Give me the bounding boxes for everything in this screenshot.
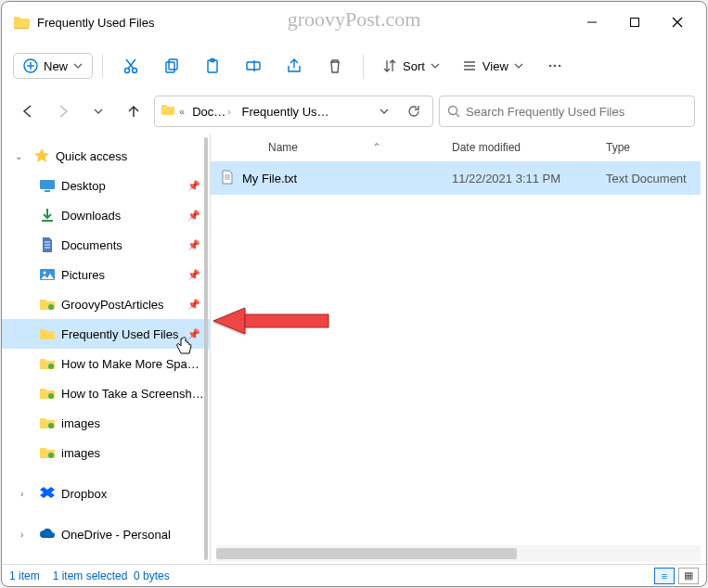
svg-point-29 [48, 304, 54, 310]
quick-access-label: Quick access [56, 149, 204, 163]
minimize-button[interactable] [571, 7, 613, 37]
more-button[interactable] [536, 49, 573, 83]
window-title: Frequently Used Files [37, 16, 571, 30]
search-box[interactable] [439, 96, 695, 127]
chevron-down-icon [431, 61, 440, 70]
column-name[interactable]: Name ⌃ [220, 141, 452, 154]
sort-asc-icon: ⌃ [372, 141, 381, 154]
pin-icon: 📌 [187, 299, 200, 311]
sidebar-item-label: images [61, 446, 204, 460]
chevron-down-icon: ⌄ [15, 151, 28, 161]
horizontal-scrollbar[interactable] [216, 545, 701, 562]
svg-point-31 [48, 393, 54, 399]
folder-icon [39, 326, 56, 342]
close-button[interactable] [656, 7, 699, 37]
folder-icon [161, 102, 175, 121]
sidebar-item-pictures[interactable]: Pictures 📌 [2, 260, 210, 289]
sidebar-item-desktop[interactable]: Desktop 📌 [2, 171, 210, 200]
divider [363, 54, 364, 78]
sidebar-item-dropbox[interactable]: › Dropbox [2, 479, 210, 508]
sidebar-item-label: How to Make More Space Av [61, 357, 204, 371]
maximize-button[interactable] [613, 7, 656, 37]
star-icon [33, 147, 50, 164]
sidebar-item-onedrive[interactable]: › OneDrive - Personal [2, 519, 210, 549]
column-type[interactable]: Type [606, 141, 706, 154]
body: ⌄ Quick access Desktop 📌 Downloads 📌 Doc… [2, 134, 706, 564]
sidebar-item-groovypostarticles[interactable]: GroovyPostArticles 📌 [2, 289, 210, 319]
column-date[interactable]: Date modified [452, 141, 606, 154]
quick-access-root[interactable]: ⌄ Quick access [2, 141, 210, 171]
folder-icon [39, 444, 56, 461]
address-dropdown-button[interactable] [371, 98, 397, 124]
refresh-button[interactable] [401, 98, 427, 124]
svg-rect-1 [631, 19, 639, 27]
file-explorer-window: Frequently Used Files groovyPost.com New… [1, 1, 707, 587]
svg-line-24 [457, 114, 460, 118]
content-area: Name ⌃ Date modified Type My File.txt 11… [210, 134, 706, 564]
sidebar-item-downloads[interactable]: Downloads 📌 [2, 200, 210, 230]
sidebar-item-frequently-used-files[interactable]: Frequently Used Files 📌 [2, 319, 210, 349]
empty-space[interactable] [211, 195, 706, 545]
svg-rect-11 [166, 62, 174, 72]
navbar: « Doc… › Frequently Us… [2, 89, 706, 134]
file-row[interactable]: My File.txt 11/22/2021 3:11 PM Text Docu… [211, 161, 701, 195]
sidebar-item-documents[interactable]: Documents 📌 [2, 230, 210, 260]
sidebar-item-label: Documents [61, 238, 187, 252]
rename-button[interactable] [235, 49, 272, 83]
sidebar-item-label: Frequently Used Files [61, 327, 187, 341]
svg-point-32 [48, 423, 54, 428]
address-bar[interactable]: « Doc… › Frequently Us… [154, 96, 433, 127]
up-button[interactable] [119, 96, 148, 126]
sidebar-item-label: OneDrive - Personal [61, 528, 204, 542]
svg-rect-25 [40, 180, 55, 189]
share-button[interactable] [276, 49, 313, 83]
view-button[interactable]: View [453, 54, 533, 78]
svg-rect-15 [247, 62, 260, 70]
folder-icon [39, 385, 56, 402]
chevron-double-left-icon[interactable]: « [179, 106, 185, 117]
folder-icon [39, 415, 56, 431]
svg-point-30 [48, 364, 54, 369]
sidebar-item-thispc[interactable]: › This PC [2, 560, 210, 564]
desktop-icon [39, 177, 56, 194]
back-button[interactable] [13, 96, 43, 126]
pin-icon: 📌 [187, 210, 200, 222]
sort-button[interactable]: Sort [373, 54, 449, 78]
sidebar-item-images-1[interactable]: images [2, 408, 210, 438]
breadcrumb-segment[interactable]: Frequently Us… [238, 103, 333, 121]
sidebar-item-label: How to Take a Screenshot on [61, 387, 204, 401]
sidebar-item-howto-screenshot[interactable]: How to Take a Screenshot on [2, 378, 210, 408]
delete-button[interactable] [316, 49, 354, 83]
column-headers: Name ⌃ Date modified Type [211, 134, 706, 161]
sidebar-item-label: Pictures [61, 268, 187, 282]
svg-point-33 [48, 453, 54, 458]
sidebar-item-images-2[interactable]: images [2, 438, 210, 467]
thumbnail-view-button[interactable]: ▦ [678, 568, 699, 584]
search-input[interactable] [466, 105, 687, 119]
forward-button[interactable] [48, 96, 78, 126]
details-view-button[interactable]: ≡ [654, 568, 675, 584]
plus-circle-icon [23, 58, 38, 73]
folder-icon [13, 14, 30, 31]
copy-button[interactable] [153, 49, 190, 83]
svg-point-23 [449, 107, 457, 115]
file-type: Text Document [606, 172, 701, 185]
sidebar-item-howto-space[interactable]: How to Make More Space Av [2, 349, 210, 378]
sidebar-item-label: Dropbox [61, 487, 204, 501]
chevron-down-icon [73, 61, 83, 70]
recent-locations-button[interactable] [84, 96, 113, 126]
pictures-icon [39, 266, 56, 283]
svg-point-28 [44, 272, 46, 275]
svg-point-20 [549, 65, 552, 68]
sidebar-scrollbar[interactable] [204, 137, 208, 560]
new-button[interactable]: New [13, 53, 93, 79]
pin-icon: 📌 [187, 239, 200, 251]
titlebar: Frequently Used Files groovyPost.com [2, 2, 706, 43]
cut-button[interactable] [112, 49, 149, 83]
nav-sidebar: ⌄ Quick access Desktop 📌 Downloads 📌 Doc… [2, 134, 210, 564]
svg-point-8 [133, 69, 137, 73]
status-bar: 1 item 1 item selected 0 bytes ≡ ▦ [2, 564, 706, 586]
paste-button[interactable] [194, 49, 231, 83]
breadcrumb-segment[interactable]: Doc… › [188, 103, 234, 121]
svg-point-21 [554, 65, 557, 68]
